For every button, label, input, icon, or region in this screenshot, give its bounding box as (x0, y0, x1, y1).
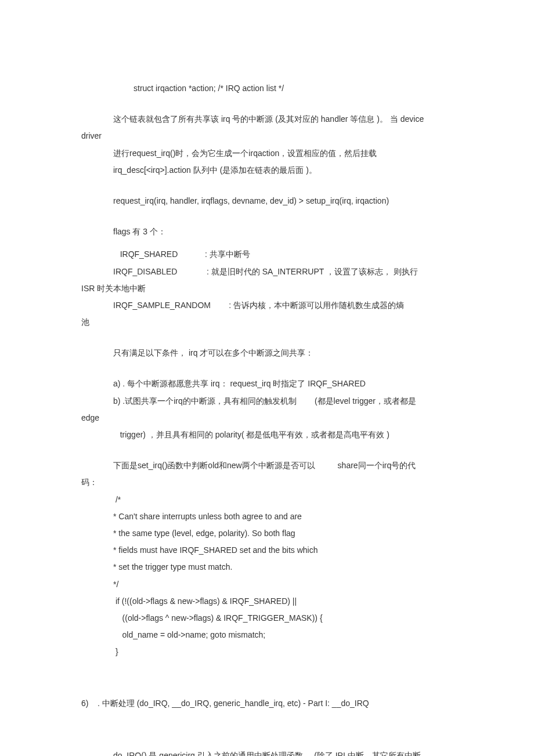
flag-definition: IRQF_SHARED : 共享中断号 (81, 247, 453, 262)
body-text: do_IRQ() 是 genericirq 引入之前的通用中断处理函数 (除了 … (81, 748, 453, 756)
code-comment: * the same type (level, edge, polarity).… (81, 526, 453, 541)
section-heading: 6) . 中断处理 (do_IRQ, __do_IRQ, generic_han… (81, 696, 453, 711)
code-comment: */ (81, 577, 453, 592)
body-text: ISR 时关本地中断 (81, 281, 453, 296)
body-text: 下面是set_irq()函数中判断old和new两个中断源是否可以 share同… (81, 458, 453, 473)
code-line: old_name = old->name; goto mismatch; (81, 628, 453, 642)
flag-definition: IRQF_DISABLED : 就是旧时代的 SA_INTERRUPT ，设置了… (81, 265, 453, 279)
code-line: struct irqaction *action; /* IRQ action … (81, 81, 453, 96)
code-comment: * set the trigger type must match. (81, 560, 453, 574)
body-text: edge (81, 411, 453, 425)
body-text: flags 有 3 个： (81, 225, 453, 239)
list-item: b) .试图共享一个irq的中断源，具有相同的触发机制 (都是level tri… (81, 394, 453, 408)
flag-definition: IRQF_SAMPLE_RANDOM : 告诉内核，本中断源可以用作随机数生成器… (81, 298, 453, 313)
body-text: driver (81, 129, 453, 143)
code-line: ((old->flags ^ new->flags) & IRQF_TRIGGE… (81, 611, 453, 625)
body-text: 只有满足以下条件， irq 才可以在多个中断源之间共享： (81, 346, 453, 360)
body-text: 进行request_irq()时，会为它生成一个irqaction，设置相应的值… (81, 146, 453, 161)
code-comment: * Can't share interrupts unless both agr… (81, 509, 453, 524)
list-item: a) . 每个中断源都愿意共享 irq： request_irq 时指定了 IR… (81, 377, 453, 391)
body-text: irq_desc[<irq>].action 队列中 (是添加在链表的最后面 )… (81, 163, 453, 178)
body-text: trigger) ，并且具有相同的 polarity( 都是低电平有效，或者都是… (81, 428, 453, 442)
code-line: request_irq(irq, handler, irqflags, devn… (81, 194, 453, 208)
body-text: 码： (81, 475, 453, 490)
code-line: if (!((old->flags & new->flags) & IRQF_S… (81, 594, 453, 609)
code-comment: * fields must have IRQF_SHARED set and t… (81, 543, 453, 558)
body-text: 池 (81, 315, 453, 330)
code-line: } (81, 645, 453, 659)
code-comment: /* (81, 493, 453, 507)
body-text: 这个链表就包含了所有共享该 irq 号的中断源 (及其对应的 handler 等… (81, 112, 453, 126)
